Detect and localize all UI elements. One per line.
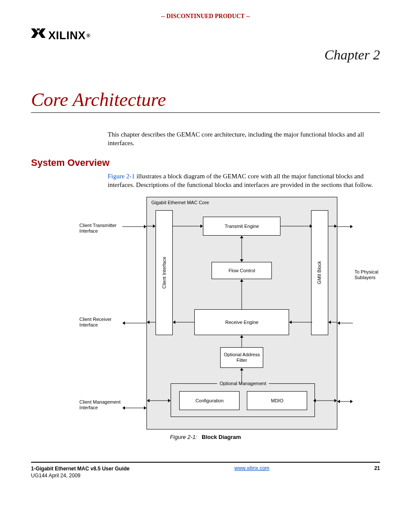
- svg-marker-44: [337, 321, 340, 325]
- arrow-icon: [122, 224, 146, 229]
- svg-marker-42: [350, 225, 353, 228]
- arrow-icon: [289, 320, 312, 324]
- page-footer: 1-Gigabit Ethernet MAC v8.5 User Guide U…: [31, 462, 380, 479]
- svg-marker-34: [153, 224, 156, 228]
- arrow-icon: [239, 236, 245, 262]
- svg-marker-31: [313, 399, 316, 402]
- block-flow-control: Flow Control: [212, 262, 272, 279]
- figure-caption-number: Figure 2-1:: [170, 434, 197, 440]
- footer-url-link[interactable]: www.xilinx.com: [234, 465, 269, 471]
- arrow-icon: [122, 405, 146, 411]
- svg-marker-26: [240, 368, 243, 370]
- svg-marker-16: [240, 259, 243, 262]
- page-number: 21: [374, 465, 380, 471]
- logo-text: XILINX: [48, 29, 86, 42]
- block-receive-engine: Receive Engine: [194, 309, 289, 335]
- footer-doc-sub: UG144 April 24, 2009: [31, 473, 81, 479]
- svg-marker-15: [240, 236, 243, 238]
- block-diagram: Client Transmitter Interface Client Rece…: [31, 197, 380, 429]
- svg-marker-36: [147, 320, 149, 324]
- block-client-interface: Client Interface: [156, 210, 173, 335]
- arrow-icon: [328, 224, 337, 228]
- label-client-rx: Client Receiver Interface: [79, 317, 122, 327]
- arrow-icon: [280, 224, 312, 228]
- block-mdio: MDIO: [247, 391, 307, 410]
- svg-marker-47: [350, 400, 353, 403]
- overview-text: Figure 2-1 illustrates a block diagram o…: [31, 172, 380, 190]
- intro-text: This chapter describes the GEMAC core ar…: [31, 130, 380, 148]
- block-address-filter: Optional Address Filter: [220, 347, 263, 368]
- arrow-icon: [239, 335, 245, 347]
- svg-marker-32: [334, 399, 337, 402]
- registered-icon: ®: [87, 33, 90, 39]
- arrow-icon: [147, 398, 171, 404]
- core-box: Gigabit Ethernet MAC Core Client Interfa…: [146, 197, 337, 429]
- footer-doc-title: 1-Gigabit Ethernet MAC v8.5 User Guide: [31, 466, 130, 472]
- arrow-icon: [328, 320, 337, 324]
- arrow-icon: [173, 320, 194, 324]
- svg-marker-22: [289, 320, 292, 324]
- figure-caption-label: Block Diagram: [202, 434, 241, 440]
- svg-marker-6: [122, 321, 125, 325]
- arrow-icon: [313, 398, 337, 404]
- svg-marker-20: [173, 320, 175, 324]
- arrow-icon: [147, 224, 156, 228]
- svg-marker-28: [147, 399, 149, 402]
- label-physical-sublayers: To Physical Sublayers: [355, 269, 389, 280]
- arrow-icon: [239, 368, 245, 383]
- figure-reference-link[interactable]: Figure 2-1: [108, 173, 135, 180]
- arrow-icon: [173, 224, 203, 228]
- label-client-mgmt: Client Management Interface: [79, 399, 122, 410]
- svg-marker-2: [36, 28, 41, 31]
- svg-marker-18: [240, 279, 243, 282]
- svg-marker-24: [240, 335, 243, 338]
- logo-row: XILINX ®: [31, 28, 380, 43]
- block-gmii: GMII Block: [311, 210, 328, 335]
- arrow-icon: [147, 320, 156, 324]
- figure-caption: Figure 2-1: Block Diagram: [31, 434, 380, 440]
- arrow-icon: [337, 398, 353, 404]
- title-rule: [31, 112, 380, 113]
- block-configuration: Configuration: [179, 391, 240, 410]
- svg-marker-38: [334, 224, 337, 228]
- arrow-icon: [239, 279, 245, 309]
- overview-rest: illustrates a block diagram of the GEMAC…: [108, 173, 373, 188]
- section-system-overview: System Overview: [31, 157, 380, 168]
- block-transmit-engine: Transmit Engine: [203, 217, 280, 236]
- label-client-tx: Client Transmitter Interface: [79, 223, 122, 233]
- arrow-icon: [337, 224, 353, 229]
- svg-marker-29: [168, 399, 171, 402]
- xilinx-logo: XILINX ®: [31, 28, 90, 43]
- chapter-title: Core Architecture: [31, 89, 380, 111]
- arrow-icon: [337, 321, 353, 325]
- svg-marker-8: [122, 406, 125, 410]
- svg-marker-13: [310, 224, 312, 228]
- arrow-icon: [122, 321, 146, 325]
- chapter-label: Chapter 2: [31, 47, 380, 63]
- svg-marker-46: [337, 400, 340, 403]
- discontinued-banner: -- DISCONTINUED PRODUCT --: [31, 13, 380, 20]
- core-title: Gigabit Ethernet MAC Core: [151, 200, 209, 205]
- svg-marker-40: [328, 320, 331, 324]
- xilinx-logo-icon: [31, 28, 46, 43]
- svg-marker-11: [200, 224, 203, 228]
